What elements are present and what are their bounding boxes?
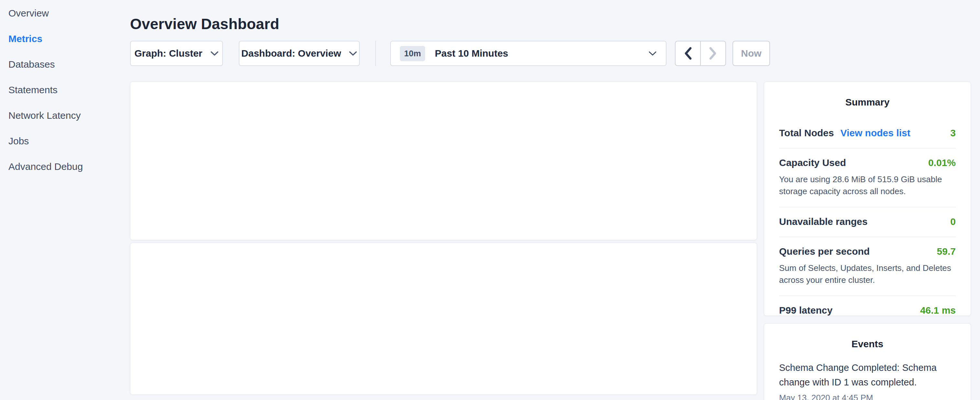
summary-row-value: 46.1 ms — [920, 305, 956, 316]
summary-row: P99 latency46.1 ms — [779, 296, 956, 325]
sidebar: OverviewMetricsDatabasesStatementsNetwor… — [8, 8, 125, 187]
page-title: Overview Dashboard — [130, 15, 279, 33]
next-time-button[interactable] — [701, 41, 725, 65]
summary-row: Total NodesView nodes list3 — [779, 119, 956, 148]
summary-row-label: Unavailable ranges — [779, 216, 867, 227]
time-step-buttons — [675, 41, 726, 66]
dashboard-select[interactable]: Dashboard: Overview — [239, 41, 360, 66]
time-range-label: Past 10 Minutes — [435, 48, 508, 59]
event-timestamp: May 13, 2020 at 4:45 PM — [779, 393, 956, 400]
summary-panel: Summary Total NodesView nodes list3Capac… — [764, 81, 971, 316]
chevron-right-icon — [708, 46, 718, 60]
summary-row-label: P99 latency — [779, 305, 832, 316]
summary-row: Capacity Used0.01%You are using 28.6 MiB… — [779, 148, 956, 207]
now-button[interactable]: Now — [732, 41, 770, 66]
toolbar: Graph: Cluster Dashboard: Overview 10m P… — [130, 41, 770, 66]
toolbar-divider — [375, 41, 376, 66]
summary-row-head: Capacity Used0.01% — [779, 157, 956, 168]
chevron-left-icon — [683, 46, 693, 60]
summary-row-head: Queries per second59.7 — [779, 246, 956, 257]
dashboard-select-label: Dashboard: Overview — [241, 48, 341, 59]
chevron-down-icon — [349, 51, 357, 56]
sidebar-item-metrics[interactable]: Metrics — [8, 33, 125, 44]
events-panel: Events Schema Change Completed: Schema c… — [764, 323, 971, 400]
summary-row: Queries per second59.7Sum of Selects, Up… — [779, 237, 956, 296]
sidebar-item-overview[interactable]: Overview — [8, 8, 125, 18]
prev-time-button[interactable] — [676, 41, 701, 65]
summary-row-subtext: Sum of Selects, Updates, Inserts, and De… — [779, 262, 956, 286]
sidebar-item-databases[interactable]: Databases — [8, 59, 125, 69]
summary-title: Summary — [779, 82, 956, 108]
sidebar-item-network-latency[interactable]: Network Latency — [8, 110, 125, 120]
event-item[interactable]: Schema Change Completed: Schema change w… — [779, 360, 956, 400]
summary-row-value: 0.01% — [928, 157, 956, 168]
summary-row-head: Total NodesView nodes list3 — [779, 127, 956, 139]
sql-queries-chart-card — [130, 81, 757, 240]
summary-row-value: 59.7 — [937, 246, 956, 257]
summary-row-label: Queries per second — [779, 246, 870, 257]
time-range-badge: 10m — [400, 46, 425, 61]
summary-row-head: Unavailable ranges0 — [779, 216, 956, 227]
sidebar-item-jobs[interactable]: Jobs — [8, 135, 125, 146]
time-range-select[interactable]: 10m Past 10 Minutes — [390, 41, 667, 66]
summary-row-value: 3 — [950, 127, 956, 139]
graph-select[interactable]: Graph: Cluster — [130, 41, 223, 66]
summary-row: Unavailable ranges0 — [779, 207, 956, 237]
summary-row-label: Capacity Used — [779, 157, 846, 168]
summary-row-label: Total Nodes — [779, 127, 834, 139]
event-message: Schema Change Completed: Schema change w… — [779, 360, 947, 390]
sidebar-item-statements[interactable]: Statements — [8, 84, 125, 95]
graph-select-label: Graph: Cluster — [134, 48, 202, 59]
view-nodes-list-link[interactable]: View nodes list — [840, 127, 910, 139]
chevron-down-icon — [648, 51, 657, 56]
events-title: Events — [779, 324, 956, 349]
chevron-down-icon — [210, 51, 219, 56]
summary-row-head: P99 latency46.1 ms — [779, 305, 956, 316]
sidebar-item-advanced-debug[interactable]: Advanced Debug — [8, 161, 125, 172]
summary-row-value: 0 — [950, 216, 956, 227]
service-latency-chart-card — [130, 243, 757, 395]
summary-row-subtext: You are using 28.6 MiB of 515.9 GiB usab… — [779, 174, 956, 198]
